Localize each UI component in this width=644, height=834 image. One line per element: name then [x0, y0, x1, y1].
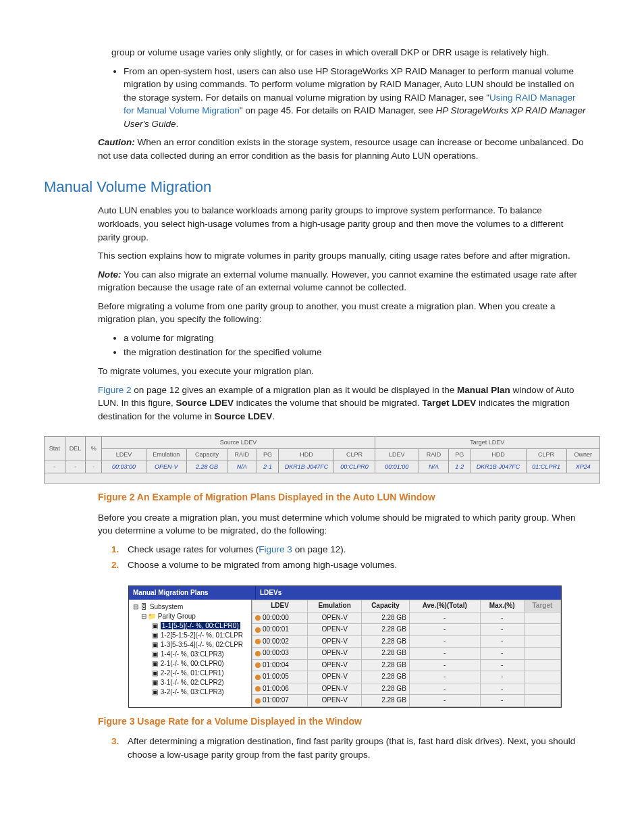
cell-s-emu: OPEN-V — [146, 461, 186, 473]
col-source-ldev: Source LDEV — [102, 437, 375, 449]
cell-max: - — [480, 624, 524, 636]
intro-bullet-list: From an open-system host, users can also… — [111, 65, 587, 131]
cell-t-raid: N/A — [419, 461, 449, 473]
table-row: 01:00:05OPEN-V2.28 GB-- — [252, 671, 561, 683]
figure-3-caption: Figure 3 Usage Rate for a Volume Display… — [98, 714, 587, 728]
figure-3-link[interactable]: Figure 3 — [259, 544, 292, 554]
table-row: 00:00:02OPEN-V2.28 GB-- — [252, 635, 561, 648]
cell-ldev: 01:00:07 — [252, 695, 308, 707]
target-ldev-bold: Target LDEV — [422, 398, 476, 408]
cell-emu: OPEN-V — [308, 612, 362, 624]
col-raid: RAID — [419, 449, 449, 461]
cell-s-hdd: DKR1B-J047FC — [279, 461, 334, 473]
table-row: 00:00:03OPEN-V2.28 GB-- — [252, 648, 561, 660]
note-paragraph: Note: You can also migrate an external v… — [98, 268, 587, 294]
note-label: Note: — [98, 269, 122, 280]
cell-ave: - — [409, 624, 480, 636]
tree-item-label: 2-2(-/- %, 01:CLPR1) — [161, 669, 224, 677]
tree-item-label: 2-1(-/- %, 00:CLPR0) — [161, 660, 224, 667]
step-1c: on page 12). — [292, 544, 346, 554]
note-text: You can also migrate an external volume … — [98, 269, 577, 293]
col-cap: Capacity — [186, 449, 227, 461]
cell-emu: OPEN-V — [308, 635, 362, 648]
cell-t-ldev: 00:01:00 — [375, 461, 419, 473]
tree-item: ▣ 3-2(-/- %, 03:CLPR3) — [132, 687, 250, 697]
cell-ldev: 01:00:06 — [252, 683, 308, 695]
fig3-tree: ⊟🗄 Subsystem ⊟📁 Parity Group ▣ 1-1[5-5](… — [129, 600, 252, 707]
cell-target — [524, 648, 560, 660]
cell-ldev: 00:00:03 — [252, 648, 308, 660]
col-emu: Emulation — [146, 449, 186, 461]
cell-emu: OPEN-V — [308, 659, 362, 671]
tree-item: ▣ 3-1(-/- %, 02:CLPR2) — [132, 678, 250, 687]
cell-s-ldev: 00:03:00 — [102, 461, 146, 473]
figure-2-link[interactable]: Figure 2 — [98, 385, 132, 395]
mvm-paragraph-2: This section explains how to migrate vol… — [98, 249, 587, 263]
step-1a: Check usage rates for volumes ( — [128, 544, 259, 554]
intro-continuation: group or volume usage varies only slight… — [111, 46, 587, 59]
ldev-icon — [255, 698, 261, 704]
cell-s-clpr: 00:CLPR0 — [334, 461, 375, 473]
p5j: . — [272, 411, 275, 421]
table-row: - - - 00:03:00 OPEN-V 2.28 GB N/A 2-1 DK… — [45, 461, 600, 473]
minus-icon: ⊟ — [140, 612, 148, 621]
source-ldev-bold-1: Source LDEV — [176, 398, 234, 408]
cell-emu: OPEN-V — [308, 695, 362, 707]
caution-label: Caution: — [98, 137, 135, 147]
cell-ave: - — [409, 659, 480, 671]
steps-list-1: Check usage rates for volumes (Figure 3 … — [98, 543, 587, 572]
p5f: indicates the volume that should be migr… — [234, 398, 422, 408]
section-heading: Manual Volume Migration — [44, 176, 600, 198]
cell-ave: - — [409, 695, 480, 707]
fig3-title-left: Manual Migration Plans — [129, 586, 256, 600]
cell-cap: 2.28 GB — [362, 659, 410, 671]
cell-max: - — [480, 659, 524, 671]
col-emu: Emulation — [308, 600, 362, 613]
list-item: a volume for migrating — [124, 332, 587, 345]
col-clpr: CLPR — [526, 449, 566, 461]
col-pg: PG — [257, 449, 279, 461]
cell-ave: - — [409, 671, 480, 683]
cell-max: - — [480, 648, 524, 660]
tree-item: ▣ 1-3[5-3:5-4](-/- %, 02:CLPR — [132, 640, 250, 650]
cell-target — [524, 683, 560, 695]
cell-cap: 2.28 GB — [362, 683, 410, 695]
pg-icon: ▣ — [151, 621, 159, 631]
folder-icon: 📁 — [148, 612, 156, 621]
cell-emu: OPEN-V — [308, 648, 362, 660]
col-ldev: LDEV — [375, 449, 419, 461]
cell-cap: 2.28 GB — [362, 671, 410, 683]
table-row: 00:00:00OPEN-V2.28 GB-- — [252, 612, 561, 624]
cell-del: - — [65, 461, 86, 473]
cell-ldev: 00:00:02 — [252, 635, 308, 648]
pg-icon: ▣ — [151, 669, 159, 678]
figure-2: Stat DEL % Source LDEV Target LDEV LDEV … — [44, 436, 600, 484]
caution-paragraph: Caution: When an error condition exists … — [98, 136, 587, 162]
col-cap: Capacity — [362, 600, 410, 613]
cell-cap: 2.28 GB — [362, 648, 410, 660]
col-hdd: HDD — [279, 449, 334, 461]
cell-target — [524, 635, 560, 648]
tree-item-label: 3-2(-/- %, 03:CLPR3) — [161, 688, 224, 696]
mvm-paragraph-3: Before migrating a volume from one parit… — [98, 300, 587, 326]
tree-item: ▣ 2-2(-/- %, 01:CLPR1) — [132, 669, 250, 678]
tree-item: ▣ 1-1[5-5](-/- %, 00:CLPR0) — [132, 621, 250, 631]
table-row: 00:00:01OPEN-V2.28 GB-- — [252, 624, 561, 636]
pg-icon: ▣ — [151, 631, 159, 640]
table-row-empty — [45, 473, 600, 484]
tree-item-label: 1-2[5-1:5-2](-/- %, 01:CLPR — [161, 631, 243, 639]
list-item: From an open-system host, users can also… — [124, 65, 587, 131]
col-target-ldev: Target LDEV — [375, 437, 599, 449]
bullet-text-3: . — [176, 119, 179, 129]
ldev-icon — [255, 615, 261, 621]
cell-ldev: 00:00:00 — [252, 612, 308, 624]
cell-pct: - — [86, 461, 102, 473]
step-1: Check usage rates for volumes (Figure 3 … — [111, 543, 587, 556]
col-hdd: HDD — [471, 449, 526, 461]
figure-2-table: Stat DEL % Source LDEV Target LDEV LDEV … — [44, 436, 600, 484]
cell-ave: - — [409, 683, 480, 695]
cell-emu: OPEN-V — [308, 671, 362, 683]
cell-target — [524, 695, 560, 707]
cell-t-pg: 1-2 — [448, 461, 471, 473]
ldev-icon — [255, 662, 261, 668]
